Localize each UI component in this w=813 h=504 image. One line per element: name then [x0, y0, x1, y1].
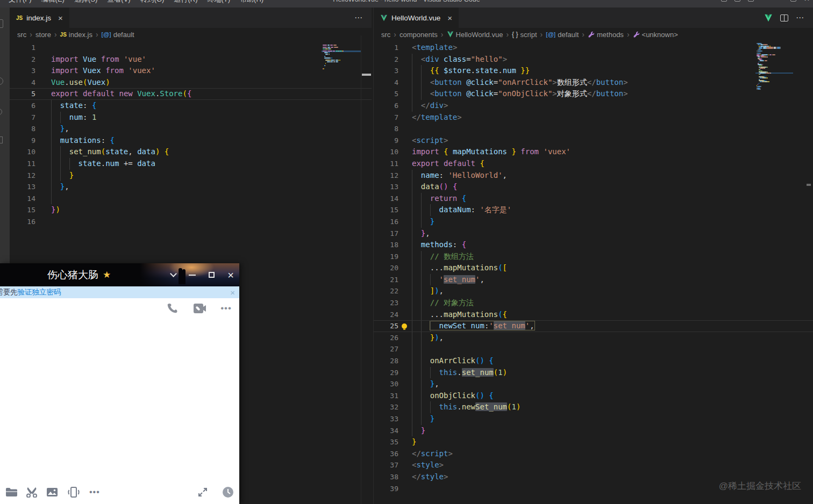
code-line: 10import { mapMutations } from 'vuex'	[374, 146, 813, 158]
line-number: 27	[374, 343, 398, 355]
minimap[interactable]	[755, 43, 793, 93]
close-tab-icon[interactable]: ×	[58, 13, 63, 23]
line-number: 29	[374, 367, 398, 379]
line-number: 2	[10, 54, 35, 66]
minimap[interactable]	[322, 43, 361, 74]
breadcrumb-item[interactable]: components	[400, 31, 438, 39]
close-tab-icon[interactable]: ×	[447, 13, 452, 23]
dismiss-notice-icon[interactable]: ×	[230, 288, 235, 297]
layout-panel-icon[interactable]	[734, 0, 740, 2]
code-line: 35}	[374, 436, 813, 448]
chat-history-icon[interactable]	[222, 486, 234, 498]
explorer-icon[interactable]	[0, 19, 3, 28]
vue-file-icon	[380, 15, 388, 21]
minimize-icon[interactable]	[189, 275, 196, 276]
more-tools-icon[interactable]: •••	[89, 487, 100, 497]
code-line: 6 </div>	[374, 100, 813, 112]
tabbar-right: HelloWorld.vue × ⋯	[374, 8, 813, 28]
line-number: 2	[374, 54, 398, 66]
line-number: 33	[374, 413, 398, 425]
code-line: 1<template>	[374, 42, 813, 54]
line-number: 37	[374, 459, 398, 471]
breadcrumb-item[interactable]: { }script	[512, 31, 537, 39]
line-number: 18	[374, 239, 398, 251]
more-actions-icon[interactable]: ⋯	[354, 13, 363, 23]
breadcrumb-item[interactable]: HelloWorld.vue	[447, 31, 503, 39]
breadcrumb: src›components›HelloWorld.vue›{ }script›…	[374, 28, 813, 41]
breadcrumb-item[interactable]: store	[35, 31, 51, 39]
split-editor-icon[interactable]	[780, 15, 788, 21]
code-line: 16 }	[374, 216, 813, 228]
line-number: 8	[374, 123, 398, 135]
search-icon[interactable]	[0, 77, 3, 85]
code-editor-helloworld-vue[interactable]: 1<template>2 <div class="hello">3 {{ $st…	[374, 41, 813, 504]
line-number: 28	[374, 355, 398, 367]
vue-preview-icon[interactable]	[764, 14, 773, 22]
line-number: 12	[10, 170, 35, 182]
breadcrumb-item[interactable]: [@]default	[102, 31, 134, 39]
send-image-icon[interactable]	[46, 487, 58, 497]
video-call-icon[interactable]	[192, 302, 206, 315]
breadcrumb-separator: ›	[94, 30, 100, 39]
js-file-icon: JS	[16, 15, 23, 21]
line-number: 7	[374, 112, 398, 124]
voice-call-icon[interactable]	[166, 302, 179, 315]
line-number: 35	[374, 436, 398, 448]
code-line: 12 name: 'HelloWorld',	[374, 170, 813, 182]
line-number: 30	[374, 378, 398, 390]
line-number: 14	[10, 193, 35, 205]
code-line: 18 methods: {	[374, 239, 813, 251]
expand-window-icon[interactable]	[197, 487, 208, 498]
extensions-icon[interactable]	[0, 136, 3, 143]
line-number: 10	[374, 146, 398, 158]
code-line: 20 ...mapMutations([	[374, 262, 813, 274]
code-line: 23 // 对象方法	[374, 297, 813, 309]
close-window-icon[interactable]: ✕	[804, 0, 810, 3]
code-line: 25 newSet_num:'set_num',	[374, 320, 813, 332]
line-number: 1	[374, 42, 398, 54]
breadcrumb-separator: ›	[539, 30, 545, 39]
breadcrumb-separator: ›	[580, 30, 586, 39]
line-number: 17	[374, 228, 398, 240]
line-number: 22	[374, 285, 398, 297]
breadcrumb-item[interactable]: src	[17, 31, 26, 39]
line-number: 7	[10, 112, 35, 124]
line-number: 39	[374, 483, 398, 495]
tab-helloworld-vue[interactable]: HelloWorld.vue ×	[374, 8, 459, 28]
code-line: 9 mutations: {	[10, 135, 372, 147]
maximize-icon[interactable]	[790, 0, 796, 2]
breadcrumb-item[interactable]: [@]default	[546, 31, 579, 39]
code-line: 30 },	[374, 378, 813, 390]
more-actions-icon[interactable]: ⋯	[796, 13, 804, 23]
code-line: 26 }),	[374, 332, 813, 344]
line-number: 9	[10, 135, 35, 147]
line-number: 4	[10, 77, 35, 89]
maximize-icon[interactable]	[209, 272, 215, 278]
breadcrumb-item[interactable]: JSindex.js	[60, 31, 92, 39]
code-line: 36</script>	[374, 448, 813, 460]
send-file-icon[interactable]	[5, 487, 17, 497]
layout-secondary-icon[interactable]	[748, 0, 754, 2]
tab-index-js[interactable]: JS index.js ×	[10, 8, 69, 28]
breadcrumb-item[interactable]: methods	[588, 31, 624, 39]
breadcrumb-item[interactable]: src	[381, 31, 390, 39]
code-line: 15 dataNum: '名字是'	[374, 204, 813, 216]
screenshot-scissors-icon[interactable]	[26, 487, 38, 498]
code-line: 3 {{ $store.state.num }}	[374, 65, 813, 77]
line-number: 6	[10, 100, 35, 112]
code-line: 27	[374, 343, 813, 355]
close-icon[interactable]: ×	[227, 270, 234, 280]
code-line: 1	[10, 42, 372, 54]
more-options-icon[interactable]: •••	[220, 303, 232, 314]
breadcrumb-item[interactable]: <unknown>	[633, 31, 678, 39]
verify-password-link[interactable]: 验证独立密码	[18, 288, 61, 296]
qq-titlebar[interactable]: 伤心猪大肠 ★ ×	[0, 263, 239, 286]
layout-sidebar-icon[interactable]	[721, 0, 727, 2]
breadcrumb-separator: ›	[439, 30, 445, 39]
line-number: 15	[374, 204, 398, 216]
star-badge-icon: ★	[103, 269, 111, 280]
window-shake-icon[interactable]	[67, 487, 81, 498]
source-control-icon[interactable]	[0, 109, 2, 115]
chevron-down-icon[interactable]	[170, 270, 177, 277]
breadcrumb-separator: ›	[53, 30, 59, 39]
